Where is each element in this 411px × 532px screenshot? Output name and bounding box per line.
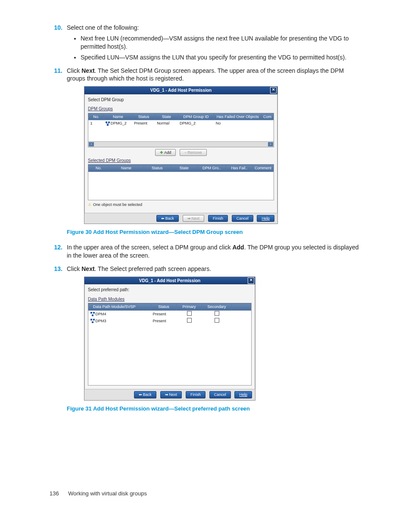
data-path-modules-table[interactable]: Data Path Module/SVSP Status Primary Sec… [88,303,251,324]
col-secondary[interactable]: Secondary [202,304,232,310]
step-text: Click Next. The Select preferred path sc… [67,265,211,272]
step-number: 10. [50,24,62,32]
dialog-title: VDG_1 - Add Host Permission [139,278,200,283]
figure-caption: Figure 30 Add Host Permission wizard—Sel… [67,228,361,236]
svg-rect-0 [106,121,107,123]
add-button[interactable]: ✚Add [155,149,176,156]
arrow-left-icon: ⬅ [139,392,142,397]
svg-rect-7 [92,314,93,316]
col-state[interactable]: State [155,113,178,120]
svg-rect-1 [108,121,110,123]
step-12: 12. In the upper area of the screen, sel… [50,243,361,260]
col-primary[interactable]: Primary [177,304,202,310]
svg-line-4 [108,123,109,124]
node-icon [90,319,95,323]
warning-message: One object must be selected [88,202,274,207]
bullet: Specified LUN—VSM assigns the LUN that y… [81,53,361,62]
col-no[interactable]: No. [89,165,109,171]
table-row[interactable]: DPM3 Present [89,317,251,324]
col-comment[interactable]: Comment [252,165,273,171]
table-row[interactable]: DPM4 Present [89,310,251,317]
minus-icon: − [184,150,187,155]
page-footer: 136 Working with virtual disk groups [50,490,361,498]
node-icon [106,121,110,126]
col-no[interactable]: No. [89,113,104,120]
step-text: Select one of the following: [67,24,139,31]
footer-section: Working with virtual disk groups [68,490,147,497]
col-name[interactable]: Name [104,113,132,120]
dpm-groups-table[interactable]: No. Name Status State DPM Group ID Has F… [88,113,274,126]
step-number: 11. [50,67,62,75]
dialog-title: VDG_1 - Add Host Permission [150,88,212,93]
col-has-failed[interactable]: Has Failed Over Objects [214,113,262,120]
next-button[interactable]: ➡Next [160,391,182,398]
dialog-titlebar[interactable]: VDG_1 - Add Host Permission ✕ [84,277,255,285]
col-spacer [232,304,251,310]
col-has-failed[interactable]: Has Fail.. [226,165,252,171]
help-button[interactable]: Help [234,391,252,398]
bullet: Next free LUN (recommended)—VSM assigns … [81,34,361,51]
svg-rect-6 [93,312,95,314]
step-number: 13. [50,265,62,273]
finish-button[interactable]: Finish [186,391,206,398]
col-status[interactable]: Status [143,165,171,171]
node-icon [90,312,95,316]
selected-dpm-groups-table[interactable]: No. Name Status State DPM Gro.. Has Fail… [88,165,274,171]
svg-line-3 [106,123,108,124]
scroll-right-icon[interactable]: › [268,142,273,146]
remove-button[interactable]: −Remove [180,149,207,156]
section-label: Data Path Modules [88,296,252,302]
close-icon[interactable]: ✕ [270,87,277,93]
back-button[interactable]: ⬅Back [134,391,156,398]
svg-rect-8 [90,319,92,320]
arrow-right-icon: ➡ [165,392,168,397]
col-dpm-group[interactable]: DPM Gro.. [197,165,226,171]
arrow-right-icon: ➡ [187,216,191,221]
section-label: DPM Groups [88,106,274,112]
page-number: 136 [50,490,59,497]
table-row[interactable]: 1 DPMG_2 Present Normal DPMG_2 No [89,120,274,126]
secondary-checkbox[interactable] [215,311,219,316]
svg-rect-9 [93,319,95,320]
next-button[interactable]: ➡Next [183,215,205,222]
section-label: Select DPM Group [88,97,274,103]
step-10: 10. Select one of the following: Next fr… [50,24,361,62]
section-label: Selected DPM Groups [88,158,274,164]
col-status[interactable]: Status [151,304,177,310]
dialog-select-preferred-path: VDG_1 - Add Host Permission ✕ Select pre… [84,277,255,401]
section-label: Select preferred path: [88,287,252,293]
col-name[interactable]: Name [109,165,143,171]
scroll-left-icon[interactable]: ‹ [89,142,94,146]
step-11: 11. Click Next. The Set Select DPM Group… [50,67,361,236]
close-icon[interactable]: ✕ [248,277,254,284]
step-number: 12. [50,243,62,252]
svg-rect-5 [90,312,92,314]
cancel-button[interactable]: Cancel [232,215,253,222]
step-text: In the upper area of the screen, select … [67,244,359,259]
back-button[interactable]: ⬅Back [156,215,179,222]
finish-button[interactable]: Finish [208,215,228,222]
figure-caption: Figure 31 Add Host Permission wizard—Sel… [67,405,361,413]
primary-checkbox[interactable] [187,311,192,316]
plus-icon: ✚ [160,150,163,155]
col-dpm-group-id[interactable]: DPM Group ID [178,113,214,120]
svg-rect-2 [107,124,109,126]
dialog-titlebar[interactable]: VDG_1 - Add Host Permission ✕ [84,87,277,94]
col-dpm-svsp[interactable]: Data Path Module/SVSP [89,304,151,310]
step-13: 13. Click Next. The Select preferred pat… [50,265,361,412]
secondary-checkbox[interactable] [215,318,219,323]
cancel-button[interactable]: Cancel [209,391,231,398]
svg-rect-10 [92,321,93,323]
arrow-left-icon: ⬅ [161,216,165,221]
horizontal-scrollbar[interactable]: ‹ › [88,141,274,147]
col-status[interactable]: Status [132,113,155,120]
dialog-select-dpm-group: VDG_1 - Add Host Permission ✕ Select DPM… [84,86,278,224]
step-text: Click Next. The Set Select DPM Group scr… [67,67,344,82]
col-comment[interactable]: Com [261,113,273,120]
help-button[interactable]: Help [257,215,274,222]
primary-checkbox[interactable] [187,318,192,323]
col-state[interactable]: State [171,165,197,171]
